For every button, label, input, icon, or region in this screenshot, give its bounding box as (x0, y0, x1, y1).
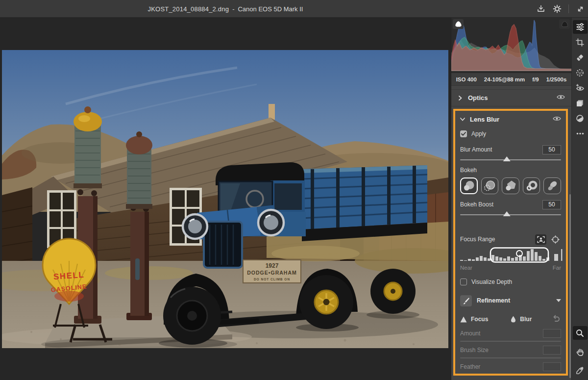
focus-range-row: Focus Range (460, 234, 561, 245)
amount-field: Amount (460, 329, 561, 342)
circle-bokeh-button[interactable] (460, 177, 478, 194)
brush-size-label: Brush Size (460, 347, 489, 354)
near-far-labels: Near Far (460, 265, 561, 271)
amount-value-box[interactable] (543, 329, 561, 338)
masking-tool-icon[interactable] (573, 66, 588, 79)
photo: SHELL GASOLINE (2, 50, 448, 348)
chevron-down-icon (460, 117, 465, 122)
bokeh-label: Bokeh (460, 167, 561, 175)
filename: JKOST_2014_08884_2.dng (148, 5, 229, 13)
visualize-depth-row[interactable]: Visualize Depth (460, 277, 561, 287)
camera-model: Canon EOS 5D Mark II (238, 5, 303, 13)
highlight-clipping-indicator[interactable] (559, 19, 570, 29)
image-canvas-area[interactable]: SHELL GASOLINE (0, 18, 451, 380)
refinement-header[interactable]: Refinement (460, 294, 561, 307)
feather-slider-track[interactable] (460, 374, 561, 375)
window-title: JKOST_2014_08884_2.dng - Canon EOS 5D Ma… (0, 0, 451, 18)
refinement-mode-row: Focus Blur (460, 313, 561, 325)
plate-year: 1927 (266, 262, 279, 269)
bokeh-options (460, 177, 561, 194)
bubble-bokeh-button[interactable] (481, 177, 499, 194)
focus-triangle-icon (460, 316, 467, 323)
amount-slider-track[interactable] (460, 341, 561, 342)
zoom-tool-icon[interactable] (573, 326, 588, 340)
lens-blur-visibility-eye-icon[interactable] (553, 116, 561, 123)
edit-tool-icon[interactable] (573, 20, 588, 34)
far-label: Far (553, 265, 561, 271)
preferences-gear-icon[interactable] (552, 4, 562, 14)
title-separator: - (232, 5, 234, 13)
bokeh-boost-slider-track[interactable] (460, 214, 561, 215)
panel-scrollbar[interactable] (569, 194, 571, 378)
histogram-plot (451, 18, 571, 73)
ring-bokeh-button[interactable] (523, 177, 540, 194)
lens-blur-section: Lens Blur Apply Blur Amount 50 (453, 109, 568, 376)
bokeh-boost-slider[interactable] (460, 211, 561, 217)
depth-range-selection[interactable] (460, 247, 567, 263)
camera-raw-window: JKOST_2014_08884_2.dng - Canon EOS 5D Ma… (0, 0, 588, 380)
hand-tool-icon[interactable] (573, 345, 588, 358)
blur-mode-button[interactable]: Blur (511, 316, 532, 323)
lens-value: 24-105@88 mm (484, 76, 525, 82)
aperture-value: f/9 (532, 76, 539, 82)
capture-metadata: ISO 400 24-105@88 mm f/9 1/2500s (451, 73, 571, 86)
brush-size-value-box[interactable] (543, 346, 561, 355)
feather-value-box[interactable] (543, 362, 561, 371)
save-download-icon[interactable] (536, 4, 546, 14)
cat-eye-bokeh-button[interactable] (543, 177, 561, 194)
apply-checkbox-row[interactable]: Apply (460, 128, 561, 139)
optics-section-header[interactable]: Optics (451, 89, 571, 106)
presets-tool-icon[interactable] (573, 96, 588, 110)
brush-tool-icon[interactable] (460, 295, 472, 306)
focus-point-icon[interactable] (550, 234, 561, 245)
blur-mode-label: Blur (520, 316, 532, 323)
visualize-depth-checkbox[interactable] (460, 279, 467, 285)
brush-size-slider-track[interactable] (460, 357, 561, 358)
plate-warning: DO NOT CLIMB ON (254, 278, 290, 281)
blur-droplet-icon (511, 316, 516, 323)
blur-amount-slider-track[interactable] (460, 159, 561, 160)
optics-visibility-eye-icon[interactable] (557, 94, 565, 101)
optics-label: Optics (468, 94, 488, 101)
bokeh-boost-label: Bokeh Boost (460, 201, 493, 208)
refinement-dropdown-caret[interactable] (556, 299, 561, 302)
refinement-label: Refinement (477, 297, 510, 304)
edit-panel: ISO 400 24-105@88 mm f/9 1/2500s Optics … (451, 18, 571, 380)
titlebar-actions (536, 0, 587, 18)
red-eye-tool-icon[interactable] (573, 81, 588, 95)
histogram[interactable] (451, 18, 571, 73)
remove-heal-tool-icon[interactable] (573, 51, 588, 64)
tool-rail (571, 18, 588, 380)
chevron-right-icon (458, 96, 463, 101)
reset-undo-icon[interactable] (552, 315, 561, 324)
focus-mode-button[interactable]: Focus (460, 316, 488, 323)
shadow-clipping-indicator[interactable] (453, 19, 464, 29)
blur-amount-slider-thumb[interactable] (503, 156, 511, 161)
bokeh-boost-row: Bokeh Boost 50 (460, 200, 561, 209)
blur-amount-row: Blur Amount 50 (460, 145, 561, 154)
lens-blur-label: Lens Blur (470, 116, 499, 123)
crop-tool-icon[interactable] (573, 35, 588, 49)
apply-label: Apply (471, 130, 486, 137)
feather-label: Feather (460, 363, 480, 370)
iso-value: ISO 400 (456, 76, 477, 82)
focus-range-depth-histogram[interactable] (460, 247, 561, 263)
lens-blur-section-header[interactable]: Lens Blur (460, 112, 561, 127)
title-bar: JKOST_2014_08884_2.dng - Canon EOS 5D Ma… (0, 0, 588, 18)
shutter-value: 1/2500s (546, 76, 567, 82)
bokeh-boost-value[interactable]: 50 (542, 200, 561, 209)
fullscreen-expand-icon[interactable] (575, 4, 585, 14)
apply-checkbox[interactable] (460, 130, 467, 137)
blur-amount-slider[interactable] (460, 156, 561, 162)
more-tools-icon[interactable] (573, 127, 588, 140)
white-balance-eyedropper-icon[interactable] (573, 363, 588, 377)
amount-label: Amount (460, 330, 480, 337)
brush-size-field: Brush Size (460, 345, 561, 358)
titlebar-divider (568, 4, 569, 13)
blade-bokeh-button[interactable] (502, 177, 519, 194)
focus-subject-icon[interactable] (535, 234, 546, 245)
bokeh-boost-slider-thumb[interactable] (503, 211, 511, 216)
split-tone-tool-icon[interactable] (573, 111, 588, 125)
blur-amount-value[interactable]: 50 (542, 145, 561, 154)
near-label: Near (460, 265, 472, 271)
